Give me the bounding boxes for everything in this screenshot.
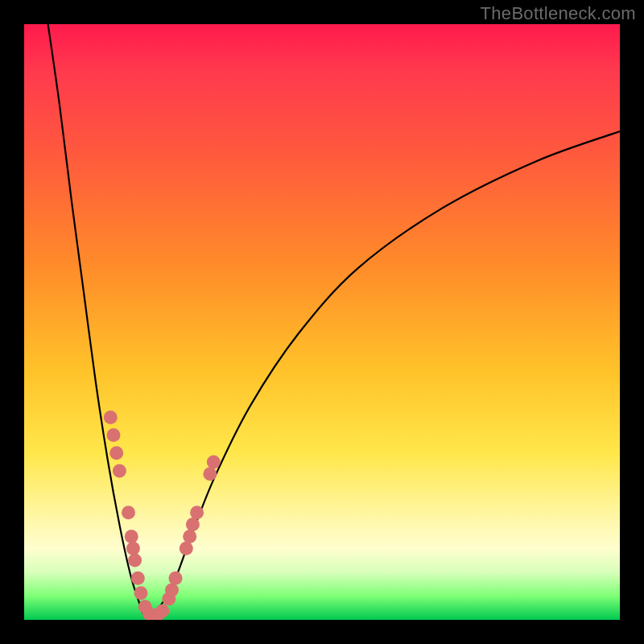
marker-dot	[155, 604, 169, 617]
marker-dot	[190, 506, 204, 519]
marker-dot	[165, 584, 179, 597]
marker-dot	[203, 467, 217, 481]
marker-dot	[207, 455, 221, 469]
plot-area	[24, 24, 620, 620]
marker-dot	[125, 530, 138, 543]
marker-group	[104, 411, 221, 620]
right-branch-path	[155, 131, 620, 613]
marker-dot	[180, 542, 193, 555]
marker-dot	[104, 411, 118, 424]
watermark-text: TheBottleneck.com	[481, 3, 636, 24]
marker-dot	[107, 428, 121, 442]
marker-dot	[169, 572, 183, 585]
marker-dot	[109, 446, 123, 460]
marker-dot	[183, 530, 196, 543]
marker-dot	[186, 518, 200, 531]
marker-dot	[122, 506, 135, 519]
marker-dot	[134, 586, 148, 600]
chart-frame: TheBottleneck.com	[0, 0, 644, 644]
left-branch-path	[48, 24, 143, 614]
marker-dot	[126, 542, 140, 555]
marker-dot	[131, 572, 145, 585]
curve-layer	[24, 24, 620, 620]
marker-dot	[128, 554, 142, 568]
marker-dot	[113, 464, 126, 478]
